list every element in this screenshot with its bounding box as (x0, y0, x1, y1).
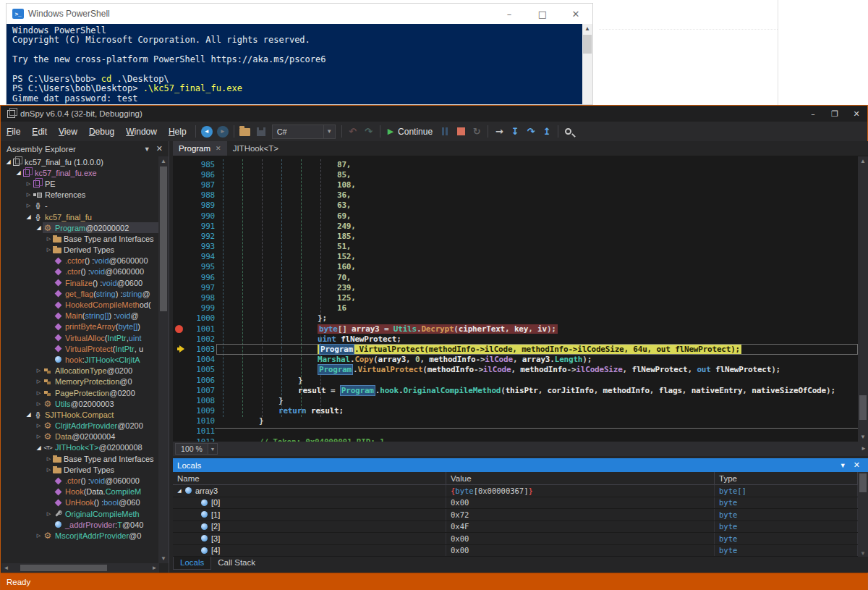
tree-expander-icon[interactable]: ◢ (25, 411, 33, 418)
code-line-1008[interactable]: 1008} (173, 395, 858, 405)
tree-expander-icon[interactable]: ▷ (35, 379, 43, 384)
scroll-left-icon[interactable]: ◄ (1, 563, 11, 573)
locals-row-array3[interactable]: ◢array3{byte[0x00000367]}byte[] (173, 485, 858, 497)
undo-icon[interactable]: ↶ (345, 124, 361, 140)
code-line-1009[interactable]: 1009return result; (173, 406, 858, 416)
language-combo[interactable]: C#▼ (272, 125, 336, 139)
tree-expander-icon[interactable]: ◢ (35, 224, 43, 231)
menu-file[interactable]: File (1, 124, 26, 140)
code-line-987[interactable]: 987108, (173, 180, 858, 190)
tree-item-get_flag[interactable]: get_flag(string) : string @ (1, 288, 159, 299)
code-line-988[interactable]: 98836, (173, 190, 858, 201)
code-line-993[interactable]: 99351, (173, 242, 858, 252)
code-line-1004[interactable]: 1004Marshal.Copy(array3, 0, methodInfo->… (173, 355, 858, 365)
scroll-down-icon[interactable]: ▼ (858, 432, 868, 442)
maximize-icon[interactable]: □ (526, 4, 559, 24)
open-file-icon[interactable] (237, 124, 253, 140)
code-line-986[interactable]: 98685, (173, 169, 858, 180)
tree-item-Data[interactable]: ▷⚙Data @02000004 (1, 431, 159, 442)
tree-item-AllocationType[interactable]: ▷AllocationType @0200 (1, 366, 159, 376)
code-line-991[interactable]: 991249, (173, 221, 858, 231)
tree-expander-icon[interactable]: ▷ (45, 236, 53, 242)
zoom-level-select[interactable]: 100 % (175, 443, 208, 455)
code-line-990[interactable]: 99069, (173, 211, 858, 221)
scrollbar-thumb[interactable] (859, 473, 867, 492)
step-over-icon[interactable]: ↷ (523, 124, 539, 140)
code-line-1005[interactable]: 1005Program.VirtualProtect(methodInfo->i… (173, 365, 858, 375)
tree-expander-icon[interactable]: ▷ (35, 390, 43, 396)
tree-expander-icon[interactable]: ▷ (35, 533, 43, 539)
tree-expander-icon[interactable]: ▷ (25, 192, 33, 198)
tree-expander-icon[interactable]: ◢ (4, 159, 12, 165)
tab-call-stack[interactable]: Call Stack (211, 557, 262, 570)
code-line-1007[interactable]: 1007result = Program.hook.OriginalCompil… (173, 385, 858, 395)
locals-row-4[interactable]: [4]0x00byte (173, 545, 858, 557)
code-line-996[interactable]: 99670, (173, 272, 858, 282)
panel-menu-icon[interactable]: ▼ (836, 462, 850, 469)
code-line-997[interactable]: 997239, (173, 282, 858, 292)
code-line-989[interactable]: 98963, (173, 201, 858, 211)
tree-expander-icon[interactable]: ▷ (25, 181, 33, 187)
tree-item-VirtualProtect[interactable]: VirtualProtect(IntPtr, u (1, 343, 159, 354)
tree-item-Program[interactable]: ◢⚙Program @02000002 (1, 222, 159, 233)
scroll-down-icon[interactable]: ▼ (158, 554, 169, 563)
tree-item-ClrjitAddrProvider[interactable]: ▷⚙ClrjitAddrProvider @0200 (1, 421, 159, 431)
close-icon[interactable]: ✕ (850, 460, 864, 470)
tree-item-cctor[interactable]: .cctor() : void @0600000 (1, 256, 159, 266)
chevron-down-icon[interactable]: ▼ (323, 125, 335, 138)
column-header-name[interactable]: Name (173, 472, 446, 484)
scrollbar-thumb[interactable] (160, 167, 167, 311)
tree-item-References[interactable]: ▷References (1, 190, 159, 201)
tree-item-Finalize[interactable]: Finalize() : void @0600 (1, 277, 159, 288)
tree-item-Utils[interactable]: ▷⚙Utils @02000003 (1, 398, 159, 409)
scrollbar-thumb[interactable] (20, 565, 107, 571)
tree-item-PageProtection[interactable]: ▷PageProtection @0200 (1, 387, 159, 398)
powershell-scrollbar[interactable]: ▲ (582, 24, 592, 104)
panel-menu-icon[interactable]: ▼ (141, 146, 153, 153)
tab-locals[interactable]: Locals (173, 557, 211, 570)
tree-item-UnHook[interactable]: UnHook() : bool @060 (1, 497, 159, 508)
tree-item-kc57_final_fuexe[interactable]: ◢kc57_final_fu.exe (1, 167, 159, 178)
tree-item-hook[interactable]: hook : JITHook<ClrjitA (1, 354, 159, 365)
breakpoint-icon[interactable] (175, 325, 183, 333)
locals-row-2[interactable]: [2]0x4Fbyte (173, 521, 858, 534)
stop-icon[interactable] (453, 124, 469, 140)
locals-panel-header[interactable]: Locals ▼ ✕ (173, 458, 868, 472)
tree-horizontal-scrollbar[interactable]: ◄ ► (1, 563, 159, 573)
tab-program[interactable]: Program✕ (173, 141, 227, 156)
tree-expander-icon[interactable]: ◢ (176, 488, 183, 494)
tree-item-MscorjitAddrProvider[interactable]: ▷⚙MscorjitAddrProvider @0 (1, 530, 159, 541)
locals-scrollbar[interactable]: ▼ (858, 472, 868, 557)
tree-vertical-scrollbar[interactable]: ▲ ▼ (158, 156, 169, 563)
tree-item-printByteArray[interactable]: printByteArray(byte[]) (1, 321, 159, 332)
tree-expander-icon[interactable]: ◢ (14, 169, 22, 176)
scroll-up-icon[interactable]: ▲ (582, 24, 592, 34)
pause-icon[interactable] (437, 124, 453, 140)
scroll-right-icon[interactable]: ► (150, 563, 159, 573)
menu-help[interactable]: Help (163, 124, 192, 140)
tree-item-JITHook<T>[interactable]: ◢<T>JITHook<T> @02000008 (1, 442, 159, 453)
close-icon[interactable]: ✕ (846, 106, 867, 122)
menu-view[interactable]: View (53, 124, 83, 140)
code-line-998[interactable]: 998125, (173, 292, 858, 303)
assembly-explorer-header[interactable]: Assembly Explorer ▼ ✕ (1, 141, 169, 156)
editor-vertical-scrollbar[interactable]: ▲ ▼ (858, 156, 868, 442)
tree-item-HookedCompileMeth[interactable]: HookedCompileMethod( (1, 299, 159, 310)
tree-item-ctor[interactable]: .ctor() : void @060000 (1, 475, 159, 486)
scroll-up-icon[interactable]: ▲ (858, 156, 868, 166)
tree-item-kc57_final_fu1000[interactable]: ◢kc57_final_fu (1.0.0.0) (1, 156, 159, 167)
locals-row-3[interactable]: [3]0x00byte (173, 533, 858, 545)
chevron-down-icon[interactable]: ▼ (208, 443, 218, 455)
code-line-1002[interactable]: 1002uint flNewProtect; (173, 334, 858, 344)
tree-item-BaseTypeandInterfaces[interactable]: ▷Base Type and Interfaces (1, 233, 159, 244)
tree-expander-icon[interactable]: ▷ (25, 203, 33, 208)
minimize-icon[interactable]: – (493, 4, 526, 24)
search-icon[interactable] (561, 124, 577, 140)
dnspy-titlebar[interactable]: dnSpy v6.0.4 (32-bit, Debugging) – ❐ ✕ (1, 106, 867, 122)
save-icon[interactable] (253, 124, 269, 140)
restart-icon[interactable]: ↻ (469, 124, 485, 140)
tree-item-DerivedTypes[interactable]: ▷Derived Types (1, 464, 159, 475)
code-line-1001[interactable]: 1001byte[] array3 = Utils.Decrypt(cipher… (173, 324, 858, 334)
tree-item-Hook[interactable]: Hook(Data.CompileM (1, 486, 159, 497)
tree-expander-icon[interactable]: ▷ (45, 247, 53, 253)
